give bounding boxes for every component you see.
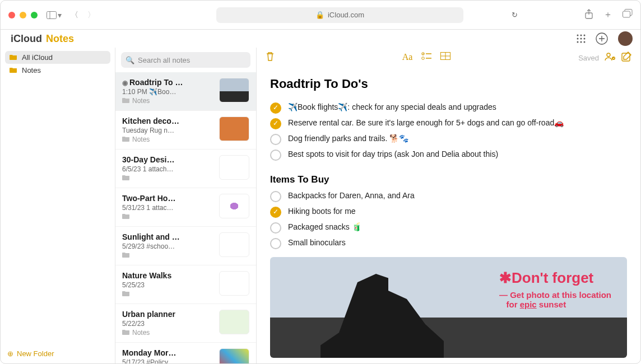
folder-icon [122, 213, 130, 221]
note-list-item[interactable]: 30-Day Desi…6/5/23 1 attach… [115, 150, 256, 188]
checklist-text: Best spots to visit for day trips (ask J… [288, 150, 498, 158]
search-input[interactable]: 🔍 Search all notes [121, 52, 250, 68]
search-icon: 🔍 [126, 56, 134, 64]
collaborate-icon[interactable] [605, 52, 616, 63]
compose-icon[interactable] [621, 52, 631, 64]
reload-icon[interactable]: ↻ [512, 11, 518, 19]
sidebar-toggle-icon[interactable]: ▾ [47, 11, 62, 20]
svg-point-22 [607, 53, 610, 57]
checkbox[interactable] [270, 222, 281, 234]
new-tab-icon[interactable]: ＋ [603, 9, 612, 21]
note-item-subtitle: 1:10 PM ✈️Boo… [122, 88, 215, 96]
sidebar-folder[interactable]: Notes [5, 64, 110, 77]
note-item-subtitle: 5/25/23 [122, 281, 215, 289]
note-image: ✱Don't forget — Get photo at this locati… [270, 257, 627, 358]
checklist-text: Backpacks for Daren, Anna, and Ara [288, 191, 415, 200]
checklist-item: Best spots to visit for day trips (ask J… [270, 150, 627, 161]
note-item-folder: Notes [122, 329, 215, 337]
checklist-item: Backpacks for Daren, Anna, and Ara [270, 191, 627, 202]
svg-point-11 [577, 41, 579, 43]
note-item-folder [122, 251, 215, 259]
checklist-text: Dog friendly parks and trails. 🐕🐾 [288, 134, 408, 143]
note-item-folder: Notes [122, 97, 215, 105]
note-item-title: Urban planner [122, 310, 215, 319]
note-item-folder [122, 290, 215, 298]
note-item-title: Nature Walks [122, 271, 215, 280]
avatar[interactable] [618, 31, 633, 46]
checklist-item: Reserve rental car. Be sure it's large e… [270, 118, 627, 129]
cyclist-silhouette [320, 274, 444, 358]
tabs-icon[interactable] [623, 9, 633, 21]
checkbox[interactable] [270, 102, 281, 114]
folder-icon [122, 97, 130, 105]
svg-point-8 [577, 38, 579, 40]
note-thumbnail [219, 310, 249, 334]
back-button[interactable]: 〈 [71, 10, 78, 20]
checklist-icon[interactable] [421, 52, 431, 63]
checkbox[interactable] [270, 238, 281, 249]
delete-icon[interactable] [266, 52, 275, 64]
checkbox[interactable] [270, 118, 281, 129]
handwriting-annotation: ✱Don't forget — Get photo at this locati… [499, 269, 611, 309]
note-list-item[interactable]: Nature Walks5/25/23 [115, 265, 256, 304]
brand-icloud: iCloud [11, 33, 42, 45]
folder-icon [122, 290, 130, 298]
note-item-title: ◉Roadtrip To … [122, 78, 215, 87]
folder-label: All iCloud [22, 53, 53, 62]
checkbox[interactable] [270, 191, 281, 202]
note-item-title: 30-Day Desi… [122, 155, 215, 164]
note-list-item[interactable]: Sunlight and …5/29/23 #schoo… [115, 227, 256, 265]
checkbox[interactable] [270, 207, 281, 218]
saved-label: Saved [578, 54, 599, 62]
format-icon[interactable]: Aa [402, 52, 413, 63]
window-controls [8, 12, 38, 18]
svg-rect-0 [47, 11, 57, 18]
note-thumbnail [219, 348, 249, 364]
sidebar-folder[interactable]: All iCloud [5, 51, 110, 64]
shared-icon: ◉ [122, 79, 128, 87]
lock-icon: 🔒 [315, 11, 324, 19]
checklist-item: ✈️Book flights✈️: check for any special … [270, 102, 627, 114]
note-list-item[interactable]: ◉Roadtrip To …1:10 PM ✈️Boo…Notes [115, 72, 256, 111]
checklist-item: Small binoculars [270, 238, 627, 249]
safari-toolbar: ▾ 〈 〉 🔒 iCloud.com ↻ ＋ [1, 1, 640, 30]
create-icon[interactable] [596, 32, 608, 45]
note-thumbnail [219, 232, 249, 257]
search-placeholder: Search all notes [138, 56, 190, 64]
folder-icon [122, 136, 130, 143]
app-grid-icon[interactable] [577, 34, 586, 43]
note-list-item[interactable]: Urban planner5/22/23Notes [115, 304, 256, 343]
fullscreen-window-button[interactable] [31, 12, 38, 18]
brand: iCloud Notes [8, 33, 74, 45]
note-thumbnail [219, 194, 249, 218]
note-thumbnail [219, 271, 249, 296]
note-item-folder [122, 174, 215, 182]
share-icon[interactable] [584, 9, 593, 21]
forward-button[interactable]: 〉 [87, 10, 95, 20]
checkbox[interactable] [270, 150, 281, 161]
folder-icon [122, 251, 130, 259]
close-window-button[interactable] [8, 12, 15, 18]
minimize-window-button[interactable] [20, 12, 26, 18]
note-item-subtitle: 5/29/23 #schoo… [122, 242, 215, 250]
note-list-item[interactable]: Monday Mor…5/17/23 #Policy …Notes [115, 343, 256, 364]
folder-label: Notes [22, 66, 41, 74]
checklist-text: Reserve rental car. Be sure it's large e… [288, 118, 564, 127]
note-body[interactable]: Roadtrip To Do's ✈️Book flights✈️: check… [257, 68, 640, 364]
note-item-title: Sunlight and … [122, 232, 215, 241]
table-icon[interactable] [440, 52, 450, 63]
note-item-subtitle: 5/22/23 [122, 320, 215, 328]
note-list-item[interactable]: Two-Part Ho…5/31/23 1 attac… [115, 188, 256, 227]
svg-point-6 [580, 35, 582, 36]
svg-point-7 [584, 35, 586, 36]
new-folder-button[interactable]: ⊕ New Folder [1, 343, 115, 364]
svg-rect-4 [623, 11, 630, 17]
note-list-pane: 🔍 Search all notes ◉Roadtrip To …1:10 PM… [115, 48, 257, 364]
folder-icon [122, 174, 130, 182]
note-thumbnail [219, 78, 249, 102]
checkbox[interactable] [270, 134, 281, 145]
address-bar[interactable]: 🔒 iCloud.com ↻ [216, 7, 463, 23]
note-item-title: Two-Part Ho… [122, 194, 215, 203]
checklist-text: Small binoculars [288, 238, 346, 247]
note-list-item[interactable]: Kitchen deco…Tuesday Rug n…Notes [115, 111, 256, 150]
